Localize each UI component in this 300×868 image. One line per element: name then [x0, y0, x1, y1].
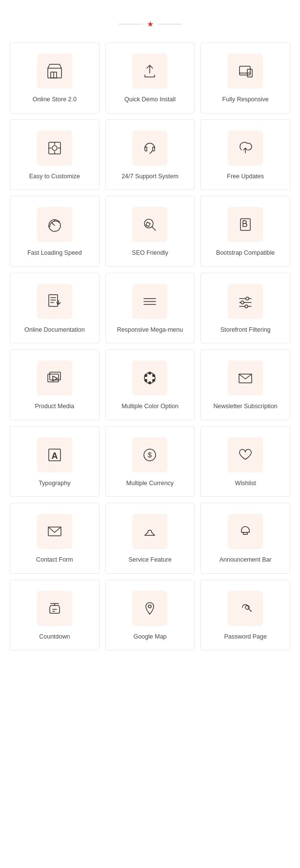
- color-option-icon-box: [132, 360, 167, 396]
- mega-menu-icon-box: [132, 284, 167, 319]
- password-page-icon-box: [228, 591, 263, 626]
- header-divider: ★: [10, 19, 290, 29]
- color-option-icon: [141, 369, 159, 387]
- google-map-icon-box: [132, 591, 167, 626]
- feature-label-mega-menu: Responsive Mega-menu: [117, 326, 183, 335]
- feature-label-contact-form: Contact Form: [36, 556, 73, 565]
- feature-label-free-updates: Free Updates: [227, 172, 264, 181]
- storefront-icon-box: [228, 284, 263, 319]
- feature-card-seo-friendly: SEO Friendly: [105, 196, 195, 267]
- fully-responsive-icon-box: [228, 54, 263, 89]
- feature-card-service-feature: Service Feature: [105, 503, 195, 574]
- feature-card-easy-customize: Easy to Customize: [10, 119, 100, 190]
- newsletter-icon: [237, 369, 254, 387]
- bootstrap-icon-box: [228, 207, 263, 242]
- section-header: ★: [10, 19, 290, 29]
- support-system-icon: [141, 139, 159, 157]
- announcement-icon-box: [228, 514, 263, 549]
- feature-card-contact-form: Contact Form: [10, 503, 100, 574]
- service-feature-icon: [141, 523, 159, 540]
- quick-demo-icon-box: [132, 54, 167, 89]
- feature-card-fully-responsive: Fully Responsive: [200, 42, 290, 113]
- feature-card-newsletter: Newsletter Subscription: [200, 349, 290, 420]
- fully-responsive-icon: [237, 62, 254, 80]
- feature-card-google-map: Google Map: [105, 580, 195, 651]
- feature-label-support-system: 24/7 Support System: [121, 172, 179, 181]
- feature-label-seo-friendly: SEO Friendly: [132, 249, 168, 258]
- feature-label-announcement: Announcement Bar: [220, 556, 272, 565]
- google-map-icon: [141, 600, 159, 617]
- feature-card-currency: $ Multiple Currency: [105, 426, 195, 497]
- feature-label-color-option: Multiple Color Option: [121, 402, 179, 411]
- feature-card-product-media: Product Media: [10, 349, 100, 420]
- feature-card-typography: A Typography: [10, 426, 100, 497]
- feature-label-online-docs: Online Documentation: [24, 326, 85, 335]
- online-docs-icon: [46, 293, 63, 310]
- svg-point-54: [148, 605, 151, 608]
- feature-card-wishlist: Wishlist: [200, 426, 290, 497]
- typography-icon: A: [46, 446, 63, 464]
- typography-icon-box: A: [37, 437, 72, 472]
- svg-point-7: [52, 146, 57, 151]
- feature-label-countdown: Countdown: [39, 633, 70, 642]
- svg-text:$: $: [148, 451, 152, 459]
- features-grid: Online Store 2.0 Quick Demo Install Full…: [10, 42, 290, 650]
- feature-card-announcement: Announcement Bar: [200, 503, 290, 574]
- free-updates-icon-box: [228, 131, 263, 166]
- svg-line-17: [152, 227, 156, 230]
- svg-point-27: [246, 297, 249, 300]
- contact-form-icon-box: [37, 514, 72, 549]
- currency-icon: $: [141, 446, 159, 464]
- feature-label-fully-responsive: Fully Responsive: [222, 95, 269, 104]
- svg-rect-3: [240, 66, 250, 75]
- svg-point-38: [152, 379, 155, 382]
- feature-card-password-page: Password Page: [200, 580, 290, 651]
- svg-point-36: [148, 372, 151, 375]
- seo-friendly-icon-box: [132, 207, 167, 242]
- svg-point-39: [148, 381, 151, 384]
- divider-line-left: [119, 24, 143, 25]
- feature-label-newsletter: Newsletter Subscription: [214, 402, 278, 411]
- feature-label-wishlist: Wishlist: [235, 479, 256, 488]
- feature-card-quick-demo: Quick Demo Install: [105, 42, 195, 113]
- feature-card-mega-menu: Responsive Mega-menu: [105, 273, 195, 344]
- mega-menu-icon: [141, 293, 159, 310]
- support-system-icon-box: [132, 131, 167, 166]
- online-store-icon: [46, 62, 63, 80]
- wishlist-icon-box: [228, 437, 263, 472]
- product-media-icon: [46, 369, 63, 387]
- currency-icon-box: $: [132, 437, 167, 472]
- svg-text:A: A: [51, 451, 58, 461]
- feature-card-color-option: Multiple Color Option: [105, 349, 195, 420]
- star-icon: ★: [147, 19, 154, 29]
- free-updates-icon: [237, 139, 254, 157]
- announcement-icon: [237, 523, 254, 540]
- feature-card-countdown: Countdown: [10, 580, 100, 651]
- wishlist-icon: [237, 446, 254, 464]
- feature-card-bootstrap: Bootstrap Compatible: [200, 196, 290, 267]
- feature-card-online-docs: Online Documentation: [10, 273, 100, 344]
- feature-card-online-store: Online Store 2.0: [10, 42, 100, 113]
- quick-demo-icon: [141, 62, 159, 80]
- feature-card-free-updates: Free Updates: [200, 119, 290, 190]
- divider-line-right: [158, 24, 182, 25]
- feature-label-online-store: Online Store 2.0: [33, 95, 77, 104]
- feature-label-quick-demo: Quick Demo Install: [124, 95, 176, 104]
- seo-friendly-icon: [141, 216, 159, 233]
- online-store-icon-box: [37, 54, 72, 89]
- svg-rect-0: [48, 68, 61, 78]
- svg-line-57: [250, 610, 251, 611]
- page-wrapper: ★ Online Store 2.0 Quick Demo Install Fu…: [0, 0, 300, 670]
- feature-label-bootstrap: Bootstrap Compatible: [216, 249, 275, 258]
- svg-point-40: [144, 379, 147, 382]
- feature-label-currency: Multiple Currency: [126, 479, 174, 488]
- svg-line-14: [59, 222, 60, 223]
- fast-loading-icon: [46, 216, 63, 233]
- svg-point-41: [144, 374, 147, 377]
- contact-form-icon: [46, 523, 63, 540]
- easy-customize-icon-box: [37, 131, 72, 166]
- feature-card-fast-loading: Fast Loading Speed: [10, 196, 100, 267]
- bootstrap-icon: [237, 216, 254, 233]
- online-docs-icon-box: [37, 284, 72, 319]
- feature-label-typography: Typography: [39, 479, 70, 488]
